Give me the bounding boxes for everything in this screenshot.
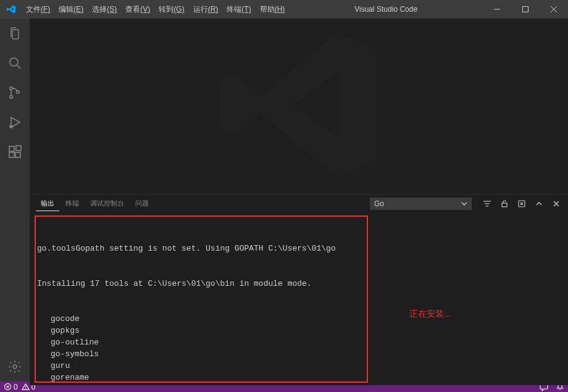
source-control-icon[interactable] [0,78,30,107]
editor-area: 输出 终端 调试控制台 问题 Go [30,19,568,382]
output-highlight-box: go.toolsGopath setting is not set. Using… [35,215,368,383]
svg-point-6 [10,87,13,90]
window-title: Visual Studio Code [289,5,483,14]
output-line: Installing 17 tools at C:\Users\01\go\bi… [37,278,365,290]
tab-output[interactable]: 输出 [36,196,59,211]
output-tool-line: go-symbols [37,348,365,360]
maximize-button[interactable] [511,0,540,19]
menu-view[interactable]: 查看(V) [121,0,154,19]
clear-output-icon[interactable] [516,198,527,209]
output-tool-line: guru [37,360,365,372]
panel-header: 输出 终端 调试控制台 问题 Go [30,194,568,213]
tab-problems[interactable]: 问题 [130,196,154,211]
vscode-watermark-icon [212,19,385,194]
panel-actions [482,198,562,209]
svg-rect-1 [523,7,528,12]
svg-line-5 [17,65,21,69]
svg-rect-11 [9,146,14,151]
menu-go[interactable]: 转到(G) [154,0,188,19]
activity-bar [0,19,30,382]
title-bar: 文件(F) 编辑(E) 选择(S) 查看(V) 转到(G) 运行(R) 终端(T… [0,0,568,19]
explorer-icon[interactable] [0,19,30,48]
output-tool-line: gocode [37,313,365,325]
menu-selection[interactable]: 选择(S) [88,0,121,19]
output-channel-value: Go [374,199,384,208]
svg-rect-12 [9,152,14,157]
lock-scroll-icon[interactable] [499,198,510,209]
svg-rect-14 [16,146,21,151]
svg-point-8 [17,91,20,94]
bottom-panel: 输出 终端 调试控制台 问题 Go [30,194,568,385]
run-debug-icon[interactable] [0,107,30,137]
filter-icon[interactable] [482,198,493,209]
app-logo [0,4,22,14]
svg-point-4 [10,58,18,66]
output-text: go.toolsGopath setting is not set. Using… [37,219,365,383]
minimize-button[interactable] [483,0,511,19]
error-circle-icon [4,383,12,391]
installing-annotation: 正在安装... [409,309,451,320]
output-tool-line: gopkgs [37,325,365,336]
error-count: 0 [14,383,18,391]
tab-debug-console[interactable]: 调试控制台 [85,196,129,211]
panel-tabs: 输出 终端 调试控制台 问题 [36,196,154,211]
output-channel-select[interactable]: Go [370,198,472,210]
window-controls [483,0,568,19]
menu-file[interactable]: 文件(F) [22,0,54,19]
panel-body: go.toolsGopath setting is not set. Using… [30,213,568,385]
svg-point-29 [25,388,26,389]
svg-point-7 [10,96,13,99]
search-icon[interactable] [0,48,30,78]
menu-bar: 文件(F) 编辑(E) 选择(S) 查看(V) 转到(G) 运行(R) 终端(T… [22,0,289,19]
menu-run[interactable]: 运行(R) [189,0,223,19]
output-tool-line: gorename [37,372,365,383]
tab-terminal[interactable]: 终端 [61,196,84,211]
svg-point-15 [13,365,17,369]
close-button[interactable] [540,0,568,19]
status-errors[interactable]: 0 [4,383,18,391]
svg-rect-13 [15,152,20,157]
output-tool-line: go-outline [37,336,365,348]
output-line: go.toolsGopath setting is not set. Using… [37,243,365,254]
chevron-down-icon [461,201,467,207]
editor-empty-state [30,19,568,194]
settings-gear-icon[interactable] [0,352,30,382]
svg-rect-19 [502,203,507,207]
warning-triangle-icon [22,383,30,391]
panel-close-icon[interactable] [551,198,562,209]
extensions-icon[interactable] [0,137,30,167]
menu-edit[interactable]: 编辑(E) [54,0,88,19]
menu-help[interactable]: 帮助(H) [256,0,290,19]
panel-maximize-icon[interactable] [533,198,545,209]
menu-terminal[interactable]: 终端(T) [222,0,255,19]
